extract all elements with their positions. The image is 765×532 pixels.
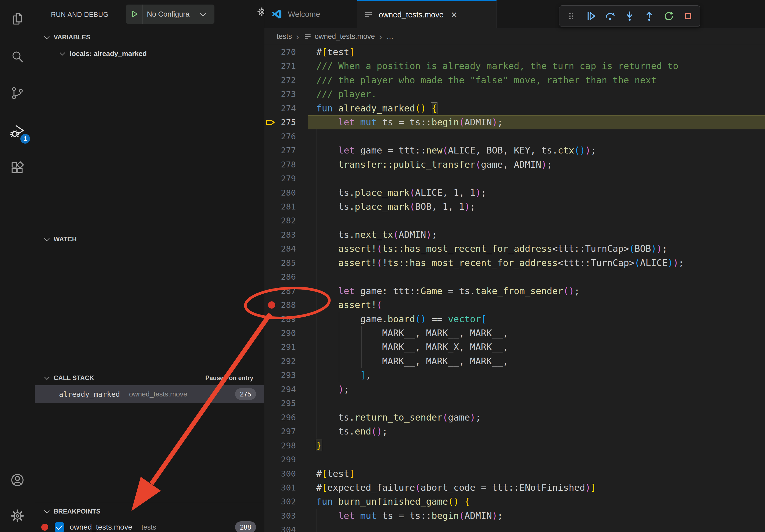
line-number[interactable]: 294 — [264, 382, 296, 397]
line-number[interactable]: 279 — [264, 171, 296, 186]
line-number[interactable]: 295 — [264, 396, 296, 410]
line-number[interactable]: 300 — [264, 467, 296, 481]
breadcrumb-item[interactable]: owned_tests.move — [315, 32, 375, 41]
code-line[interactable]: 273/// player. — [264, 87, 765, 101]
line-number[interactable]: 274 — [264, 101, 296, 116]
line-number[interactable]: 298 — [264, 438, 296, 453]
code-line[interactable]: 274fun already_marked() { — [264, 101, 765, 116]
variables-scope-row[interactable]: locals: already_marked — [61, 45, 147, 62]
code-line[interactable]: 292 MARK__, MARK__, MARK__, — [264, 354, 765, 368]
code-line[interactable]: 297 ts.end(); — [264, 424, 765, 438]
code-line[interactable]: 270#[test] — [264, 45, 765, 59]
restart-button[interactable] — [661, 8, 677, 24]
code-line[interactable]: 288 assert!( — [264, 298, 765, 312]
code-line[interactable]: 287 let game: ttt::Game = ts.take_from_s… — [264, 284, 765, 298]
code-line[interactable]: 293 ], — [264, 368, 765, 382]
line-number[interactable]: 301 — [264, 481, 296, 495]
continue-button[interactable] — [583, 8, 598, 24]
code-line[interactable]: 298} — [264, 438, 765, 453]
code-line[interactable]: 300#[test] — [264, 467, 765, 481]
code-line[interactable]: 304 — [264, 523, 765, 532]
code-line[interactable]: 284 assert!(ts::has_most_recent_for_addr… — [264, 242, 765, 256]
breadcrumb-item[interactable]: … — [386, 32, 393, 41]
code-line[interactable]: 286 — [264, 270, 765, 284]
line-number[interactable]: 271 — [264, 59, 296, 73]
line-number[interactable]: 289 — [264, 312, 296, 326]
code-line[interactable]: 299 — [264, 452, 765, 467]
code-line[interactable]: 282 — [264, 213, 765, 228]
line-number[interactable]: 288 — [264, 298, 296, 312]
code-line[interactable]: 291 MARK__, MARK_X, MARK__, — [264, 340, 765, 354]
line-number[interactable]: 291 — [264, 340, 296, 354]
line-number[interactable]: 290 — [264, 326, 296, 340]
code-line[interactable]: 283 ts.next_tx(ADMIN); — [264, 228, 765, 242]
line-number[interactable]: 282 — [264, 213, 296, 228]
drag-grip-icon[interactable] — [563, 8, 579, 24]
section-call-stack[interactable]: CALL STACK Paused on entry — [35, 370, 264, 386]
code-line[interactable]: 302fun burn_unfinished_game() { — [264, 494, 765, 509]
line-number[interactable]: 283 — [264, 228, 296, 242]
extensions-icon[interactable] — [0, 151, 35, 184]
tab-welcome[interactable]: Welcome — [264, 0, 357, 28]
line-number[interactable]: 277 — [264, 143, 296, 157]
section-watch[interactable]: WATCH — [35, 231, 264, 247]
line-number[interactable]: 304 — [264, 523, 296, 532]
line-number[interactable]: 293 — [264, 368, 296, 382]
code-line[interactable]: 276 — [264, 130, 765, 143]
section-variables[interactable]: VARIABLES — [35, 29, 264, 46]
line-number[interactable]: 297 — [264, 424, 296, 438]
line-number[interactable]: 280 — [264, 186, 296, 200]
code-line[interactable]: 272/// the player who made the "false" m… — [264, 73, 765, 87]
step-into-button[interactable] — [622, 8, 637, 24]
breakpoint-checkbox[interactable] — [55, 522, 64, 532]
source-control-icon[interactable] — [0, 77, 35, 109]
line-number[interactable]: 281 — [264, 199, 296, 214]
line-number[interactable]: 302 — [264, 494, 296, 509]
tab-owned-tests[interactable]: owned_tests.move × — [357, 0, 497, 29]
settings-gear-icon[interactable] — [0, 500, 35, 532]
line-number[interactable]: 273 — [264, 87, 296, 101]
chevron-down-icon[interactable] — [200, 10, 206, 16]
step-over-button[interactable] — [602, 8, 618, 24]
launch-config-dropdown[interactable]: No Configura — [126, 5, 215, 24]
step-out-button[interactable] — [641, 8, 657, 24]
code-line[interactable]: 290 MARK__, MARK__, MARK__, — [264, 326, 765, 340]
code-line[interactable]: 301#[expected_failure(abort_code = ttt::… — [264, 481, 765, 495]
code-line[interactable]: 279 — [264, 171, 765, 186]
breakpoint-list-row[interactable]: owned_tests.move tests 288 — [35, 519, 264, 532]
line-number[interactable]: 303 — [264, 509, 296, 523]
line-number[interactable]: 275 — [264, 115, 296, 130]
line-number[interactable]: 287 — [264, 284, 296, 298]
code-line[interactable]: 289 game.board() == vector[ — [264, 312, 765, 326]
code-line[interactable]: 295 — [264, 396, 765, 410]
code-line[interactable]: 277 let game = ttt::new(ALICE, BOB, KEY,… — [264, 143, 765, 157]
line-number[interactable]: 270 — [264, 45, 296, 59]
code-line[interactable]: 271/// When a position is already marked… — [264, 59, 765, 73]
breadcrumb-item[interactable]: tests — [277, 32, 292, 41]
code-line[interactable]: 281 ts.place_mark(BOB, 1, 1); — [264, 199, 765, 214]
section-breakpoints[interactable]: BREAKPOINTS — [35, 503, 264, 520]
line-number[interactable]: 286 — [264, 270, 296, 284]
account-icon[interactable] — [0, 464, 35, 496]
code-line[interactable]: 303 let mut ts = ts::begin(ADMIN); — [264, 509, 765, 523]
line-number[interactable]: 276 — [264, 130, 296, 143]
code-line[interactable]: 280 ts.place_mark(ALICE, 1, 1); — [264, 186, 765, 200]
line-number[interactable]: 272 — [264, 73, 296, 87]
config-name-label[interactable]: No Configura — [147, 10, 201, 19]
run-and-debug-icon[interactable]: 1 — [0, 115, 35, 147]
code-line[interactable]: 296 ts.return_to_sender(game); — [264, 410, 765, 424]
code-line[interactable]: 278 transfer::public_transfer(game, ADMI… — [264, 157, 765, 172]
line-number[interactable]: 285 — [264, 256, 296, 270]
code-line[interactable]: 275 let mut ts = ts::begin(ADMIN); — [264, 115, 765, 130]
line-number[interactable]: 284 — [264, 242, 296, 256]
call-stack-frame-row[interactable]: already_marked owned_tests.move 275 — [35, 385, 264, 403]
line-number[interactable]: 292 — [264, 354, 296, 368]
code-line[interactable]: 285 assert!(!ts::has_most_recent_for_add… — [264, 256, 765, 270]
explorer-icon[interactable] — [0, 3, 35, 35]
start-debug-play-icon[interactable] — [130, 9, 139, 19]
code-line[interactable]: 294 ); — [264, 382, 765, 397]
line-number[interactable]: 299 — [264, 452, 296, 467]
line-number[interactable]: 296 — [264, 410, 296, 424]
stop-button[interactable] — [680, 8, 696, 24]
search-icon[interactable] — [0, 41, 35, 73]
